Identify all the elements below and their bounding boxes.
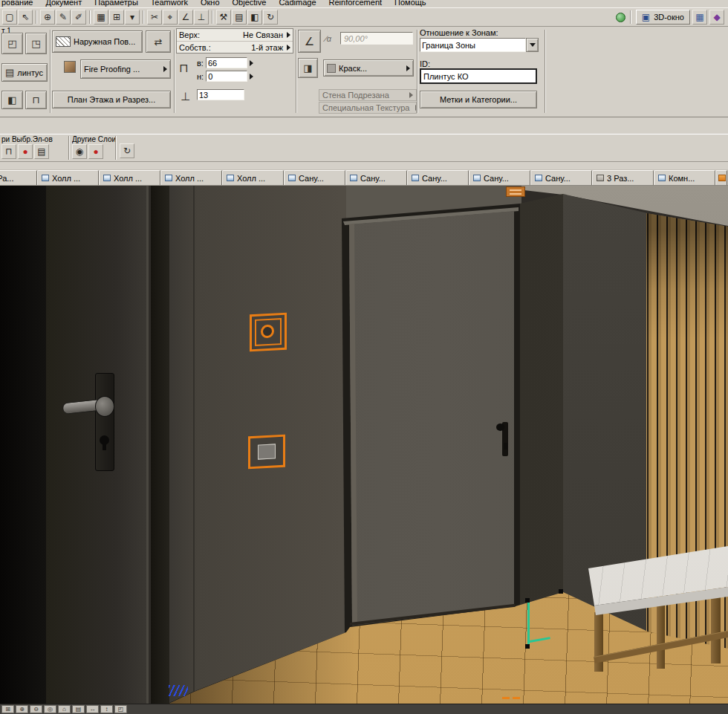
bench-leg[interactable] (657, 599, 665, 669)
pen-icon[interactable]: ✐ (71, 10, 86, 25)
perpendicular-tool-icon[interactable]: ⊥ (194, 10, 209, 25)
view-tab[interactable]: Холл ... (37, 170, 99, 185)
menu-item-options[interactable]: Параметры (94, 0, 138, 7)
view-tab[interactable]: 3 Ра... (0, 170, 37, 185)
menu-item-reinforcement[interactable]: Reinforcement (329, 0, 383, 7)
selection-handle[interactable] (525, 644, 530, 649)
view-tab-icon (227, 175, 234, 181)
walk-icon[interactable]: ⌂ (58, 705, 71, 713)
surface-button[interactable]: Наружная Пов... (52, 30, 143, 53)
red-lock-icon[interactable]: ● (88, 144, 103, 159)
view-tab[interactable]: Сану... (469, 170, 530, 185)
custom-texture-item[interactable]: Специальная Текстура (319, 102, 417, 114)
view-tab[interactable]: Холл ... (160, 170, 222, 185)
selection-handle[interactable] (559, 589, 563, 594)
menu-item-objective[interactable]: Objective (233, 0, 267, 7)
orbit-icon[interactable]: ◎ (44, 705, 56, 713)
previous-view-icon[interactable]: ◰ (114, 705, 127, 713)
wall-trim-item[interactable]: Стена Подрезана (319, 89, 417, 101)
view-tab[interactable]: Сану... (407, 170, 469, 185)
tags-categories-button[interactable]: Метки и Категории... (420, 91, 537, 108)
zoom-out-icon[interactable]: ⊖ (30, 705, 42, 713)
angle-ref-button[interactable]: ∠ (298, 30, 321, 53)
view-tab[interactable]: Сану... (530, 170, 592, 185)
layout-icon[interactable]: ▤ (72, 705, 85, 713)
angle-tool-icon[interactable]: ∠ (178, 10, 193, 25)
angle-field[interactable]: 90,00° (340, 32, 413, 45)
objective-icon[interactable] (616, 13, 625, 22)
zoom-in-icon[interactable]: ⊕ (16, 705, 28, 713)
select-arrow-icon[interactable]: ⇖ (18, 10, 33, 25)
bench-leg[interactable] (711, 588, 721, 663)
teamwork-panel-icon[interactable]: ▦ (692, 10, 707, 25)
zone-relation-dropdown[interactable]: Граница Зоны (420, 38, 539, 52)
fill-tool-icon[interactable]: ◧ (247, 10, 262, 25)
hatch-tool-icon[interactable]: ▦ (94, 10, 108, 25)
view-tab[interactable] (715, 170, 727, 185)
scroll-horizontal-icon[interactable]: ↔ (86, 705, 99, 713)
view-tab[interactable]: Сану... (284, 170, 345, 185)
zoom-icon[interactable]: ⊕ (40, 10, 55, 25)
scroll-vertical-icon[interactable]: ↕ (100, 705, 113, 713)
fit-view-icon[interactable]: ⊞ (1, 705, 14, 713)
height-bottom-input[interactable] (206, 71, 247, 82)
rotate-tool-icon[interactable]: ↻ (263, 10, 278, 25)
zone-dropdown-button[interactable] (526, 38, 539, 52)
wall-switch-selected[interactable] (248, 435, 285, 470)
id-label: ID: (420, 59, 430, 68)
scissors-icon[interactable]: ✂ (147, 10, 162, 25)
library-icon[interactable]: ◆ (709, 10, 724, 25)
height-top-input[interactable] (206, 57, 247, 68)
layer-box-icon[interactable]: ▤ (34, 144, 49, 159)
base-link-row[interactable]: Собств.: 1-й этаж (177, 41, 293, 53)
wall-corner-button[interactable]: ◰ (1, 33, 23, 54)
current-view-button[interactable]: ▣ 3D-окно (636, 10, 690, 25)
menu-item-window[interactable]: Окно (201, 0, 220, 7)
block-button[interactable]: ◳ (25, 33, 47, 54)
pencil-icon[interactable]: ✎ (56, 10, 71, 25)
flip-button[interactable]: ⇄ (146, 30, 171, 53)
menu-item-teamwork[interactable]: Teamwork (151, 0, 188, 7)
view-tab[interactable]: Холл ... (222, 170, 284, 185)
marquee-tool-icon[interactable]: ▢ (2, 10, 17, 25)
selection-marker[interactable] (506, 186, 525, 197)
offset-input[interactable] (197, 89, 244, 100)
lock-icon[interactable]: ⊓ (1, 144, 16, 159)
paint-button[interactable]: Краск... (323, 59, 414, 77)
id-input[interactable] (420, 68, 537, 84)
paint-tool-button[interactable]: ◨ (298, 58, 318, 78)
view-tab-label: 3 Раз... (607, 174, 634, 183)
section-icon: ◧ (7, 95, 16, 105)
hammer-tool-icon[interactable]: ⚒ (216, 10, 231, 25)
favorite-button[interactable]: ▤ линтус (1, 63, 48, 82)
menu-item-help[interactable]: Помощь (394, 0, 426, 7)
red-lock-icon[interactable]: ● (18, 144, 33, 159)
section-view-button[interactable]: ◧ (1, 91, 23, 109)
view-tab[interactable]: Сану... (345, 170, 407, 185)
fireproofing-button[interactable]: Fire Proofing ... (80, 59, 171, 79)
3d-viewport[interactable]: ⊞ ⊕ ⊖ ◎ ⌂ ▤ ↔ ↕ ◰ (0, 186, 728, 714)
refresh-icon[interactable]: ↻ (120, 143, 134, 158)
pick-point-icon[interactable]: ⌖ (163, 10, 178, 25)
eye-icon[interactable]: ◉ (72, 144, 87, 159)
menu-item-cadimage[interactable]: Cadimage (279, 0, 316, 7)
3d-scene[interactable] (0, 186, 728, 704)
submenu-arrow-icon (250, 74, 253, 79)
top-link-row[interactable]: Верх: Не Связан (177, 29, 293, 41)
custom-texture-label: Специальная Текстура (322, 103, 409, 112)
menu-item[interactable]: рование (1, 0, 33, 7)
grid-tool-icon[interactable]: ⊞ (109, 10, 124, 25)
toolbar-separator (68, 136, 70, 160)
cap-side-button[interactable]: ⊓ (25, 91, 47, 109)
wall-socket-selected[interactable] (250, 313, 287, 352)
layers-tool-icon[interactable]: ▤ (232, 10, 247, 25)
view-tab[interactable]: 3 Раз... (592, 170, 654, 185)
view-tab[interactable]: Холл ... (99, 170, 160, 185)
more-tools-icon[interactable]: ▾ (125, 10, 140, 25)
fireproofing-label: Fire Proofing ... (84, 65, 140, 74)
view-tab[interactable]: Комн... (654, 170, 715, 185)
menu-item-document[interactable]: Документ (45, 0, 82, 7)
submenu-arrow-icon (409, 92, 413, 98)
selection-handle[interactable] (525, 598, 530, 603)
plan-section-button[interactable]: План Этажа и Разрез... (52, 91, 171, 108)
